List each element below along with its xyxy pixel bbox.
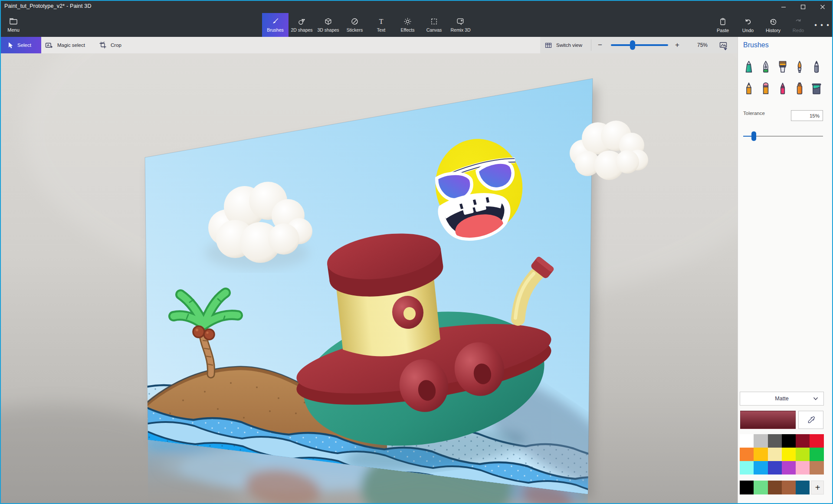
close-button[interactable] — [813, 1, 832, 13]
tab-label: Stickers — [347, 27, 363, 33]
undo-icon — [744, 17, 752, 26]
tab-remix-3d[interactable]: Remix 3D — [447, 13, 474, 37]
zoom-in-button[interactable]: + — [672, 37, 682, 53]
magic-select-button[interactable]: Magic select — [45, 37, 85, 53]
cursor-icon — [7, 42, 13, 49]
tolerance-thumb[interactable] — [751, 131, 756, 141]
crop-button[interactable]: Crop — [99, 37, 121, 53]
palette-color[interactable] — [768, 448, 782, 461]
tab-2d-shapes[interactable]: 2D shapes — [289, 13, 315, 37]
ribbon-tabs: Brushes 2D shapes 3D shapes Stickers — [262, 13, 474, 37]
brush-oil[interactable] — [775, 57, 790, 77]
action-label: History — [766, 28, 781, 33]
palette-color[interactable] — [754, 434, 767, 448]
tab-brushes[interactable]: Brushes — [262, 13, 289, 37]
palette-color[interactable] — [796, 461, 810, 475]
maximize-icon — [800, 4, 806, 10]
palette-color[interactable] — [768, 461, 782, 475]
crop-icon — [99, 41, 107, 49]
palette-color[interactable] — [740, 461, 754, 475]
eyedropper-button[interactable] — [798, 411, 823, 429]
brush-crayon[interactable] — [775, 79, 790, 98]
finish-dropdown[interactable]: Matte — [740, 392, 824, 406]
close-icon — [820, 4, 825, 10]
fit-to-view-button[interactable] — [716, 37, 731, 53]
palette-color[interactable] — [754, 448, 767, 461]
brush-eraser[interactable] — [758, 79, 774, 98]
zoom-slider-track[interactable] — [611, 44, 668, 46]
palette-color[interactable] — [796, 448, 810, 461]
tolerance-input[interactable] — [791, 110, 823, 121]
finish-value: Matte — [775, 396, 788, 402]
custom-color[interactable] — [740, 481, 754, 494]
paste-button[interactable]: Paste — [710, 13, 735, 37]
canvas-viewport[interactable] — [1, 53, 738, 503]
brush-spray-can[interactable] — [792, 79, 807, 98]
paint3d-window: Paint_tut_Prototype_v2* - Paint 3D Menu — [0, 0, 833, 504]
crop-label: Crop — [111, 43, 121, 48]
canvas-icon — [430, 17, 438, 26]
brush-watercolor[interactable] — [792, 57, 807, 77]
current-color-swatch[interactable] — [740, 411, 796, 429]
palette-color[interactable] — [782, 434, 796, 448]
brush-calligraphy-pen[interactable] — [758, 57, 774, 77]
palette-color[interactable] — [810, 434, 823, 448]
palette-color[interactable] — [740, 434, 754, 448]
tolerance-label: Tolerance — [743, 111, 765, 116]
tab-label: Canvas — [426, 27, 442, 33]
add-color-button[interactable]: + — [811, 481, 824, 494]
custom-color[interactable] — [768, 481, 782, 494]
custom-colors-row: + — [740, 481, 824, 494]
magic-select-icon — [45, 42, 53, 49]
paste-icon — [718, 17, 727, 26]
custom-color[interactable] — [782, 481, 796, 494]
tab-stickers[interactable]: Stickers — [341, 13, 368, 37]
brush-pencil[interactable] — [741, 79, 757, 98]
tab-text[interactable]: T Text — [368, 13, 394, 37]
fit-dropdown-caret[interactable] — [724, 48, 727, 50]
palette-color[interactable] — [810, 448, 823, 461]
window-title: Paint_tut_Prototype_v2* - Paint 3D — [4, 3, 92, 9]
maximize-button[interactable] — [793, 1, 813, 13]
text-icon: T — [377, 17, 385, 26]
history-icon — [769, 17, 777, 26]
redo-button[interactable]: Redo — [786, 13, 811, 37]
minimize-button[interactable] — [774, 1, 793, 13]
more-options-button[interactable]: • • • — [812, 13, 832, 37]
tolerance-slider[interactable] — [743, 131, 823, 141]
menu-folder-icon — [9, 17, 18, 25]
palette-color[interactable] — [810, 461, 823, 475]
switch-view-button[interactable]: Switch view — [544, 37, 582, 53]
brush-icon — [271, 17, 279, 26]
tab-canvas[interactable]: Canvas — [421, 13, 447, 37]
tab-label: Brushes — [267, 27, 284, 33]
palette-color[interactable] — [796, 434, 810, 448]
action-label: Paste — [717, 28, 729, 33]
chevron-down-icon — [813, 397, 818, 401]
ribbon-actions: Paste Undo History Redo — [710, 13, 811, 37]
palette-color[interactable] — [754, 461, 767, 475]
brush-marker[interactable] — [741, 57, 757, 77]
3d-shapes-icon — [324, 17, 332, 26]
zoom-slider-thumb[interactable] — [630, 40, 635, 50]
switch-view-label: Switch view — [556, 43, 582, 48]
palette-color[interactable] — [782, 461, 796, 475]
custom-colors — [740, 481, 810, 494]
brush-fill[interactable] — [809, 79, 824, 98]
brush-pixel-pen[interactable] — [809, 57, 824, 77]
custom-color[interactable] — [754, 481, 767, 494]
history-button[interactable]: History — [761, 13, 786, 37]
undo-button[interactable]: Undo — [735, 13, 761, 37]
zoom-out-button[interactable]: − — [595, 37, 605, 53]
palette-color[interactable] — [740, 448, 754, 461]
action-label: Redo — [793, 28, 804, 33]
tab-3d-shapes[interactable]: 3D shapes — [315, 13, 341, 37]
palette-color[interactable] — [782, 448, 796, 461]
custom-color[interactable] — [796, 481, 810, 494]
menu-button[interactable]: Menu — [0, 13, 27, 37]
magic-select-label: Magic select — [57, 43, 85, 48]
palette-color[interactable] — [768, 434, 782, 448]
tab-effects[interactable]: Effects — [394, 13, 421, 37]
select-label: Select — [17, 43, 31, 48]
select-button[interactable]: Select — [1, 37, 41, 53]
